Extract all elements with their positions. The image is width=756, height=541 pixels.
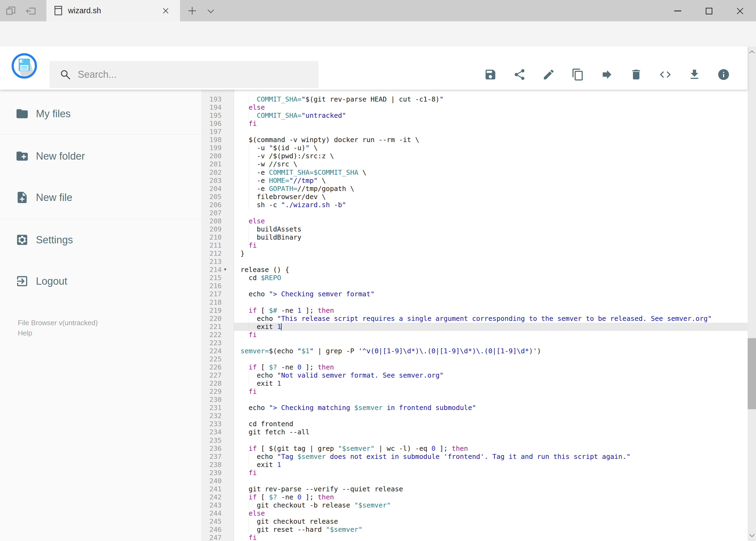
tab-preview-chevron-icon[interactable] xyxy=(206,7,216,15)
tab-close-icon[interactable] xyxy=(161,6,170,16)
code-line[interactable]: 234 git fetch --all xyxy=(201,428,748,436)
code-line[interactable]: 201 -w //src \ xyxy=(201,160,748,168)
code-line[interactable]: 242 if [ $? -ne 0 ]; then xyxy=(201,493,748,501)
search-box[interactable] xyxy=(50,61,319,88)
minimize-button[interactable] xyxy=(670,6,686,16)
line-number: 216 xyxy=(201,282,222,290)
code-line[interactable]: 232 xyxy=(201,412,748,420)
code-line[interactable]: 225 xyxy=(201,355,748,363)
code-line[interactable]: 223 xyxy=(201,339,748,347)
code-line[interactable]: 228 exit 1 xyxy=(201,379,748,387)
line-number: 246 xyxy=(201,526,222,534)
code-line[interactable]: 212} xyxy=(201,250,748,258)
code-line[interactable]: 206 sh -c "./wizard.sh -b" xyxy=(201,201,748,209)
code-text: git checkout -b release "$semver" xyxy=(240,501,391,509)
code-line[interactable]: 238 exit 1 xyxy=(201,461,748,469)
sidebar-item-logout[interactable]: Logout xyxy=(0,268,201,295)
delete-button[interactable] xyxy=(630,68,642,81)
code-line[interactable]: 208 else xyxy=(201,217,748,225)
scroll-down-icon[interactable] xyxy=(748,530,756,541)
code-line[interactable]: 205 filebrowser/dev \ xyxy=(201,193,748,201)
code-line[interactable]: 213 xyxy=(201,258,748,266)
folder-icon xyxy=(15,107,29,121)
code-line[interactable]: 203 -e HOME="//tmp" \ xyxy=(201,177,748,185)
code-line[interactable]: 194 else xyxy=(201,104,748,112)
copy-button[interactable] xyxy=(571,68,584,81)
search-icon xyxy=(59,69,71,81)
code-line[interactable]: 224semver=$(echo "$1" | grep -P '^v(0|[1… xyxy=(201,347,748,355)
code-line[interactable]: 229 fi xyxy=(201,387,748,396)
code-line[interactable]: 198 $(command -v winpty) docker run --rm… xyxy=(201,136,748,144)
code-line[interactable]: 230 xyxy=(201,396,748,404)
code-text: if [ $# -ne 1 ]; then xyxy=(240,306,334,315)
sidebar-item-new-folder[interactable]: New folder xyxy=(0,143,201,170)
page-scrollbar[interactable] xyxy=(748,46,756,541)
download-button[interactable] xyxy=(688,68,701,81)
browser-tab[interactable]: wizard.sh xyxy=(46,0,180,21)
help-link[interactable]: Help xyxy=(18,329,32,337)
code-button[interactable] xyxy=(659,68,672,81)
code-line[interactable] xyxy=(201,90,748,95)
code-line[interactable]: 244 else xyxy=(201,509,748,517)
sidebar-item-settings[interactable]: Settings xyxy=(0,226,201,254)
code-line[interactable]: 227 echo "Not valid semver format. See s… xyxy=(201,371,748,379)
info-button[interactable] xyxy=(717,68,730,81)
code-line[interactable]: 236 if [ $(git tag | grep "$semver" | wc… xyxy=(201,445,748,453)
line-number: 232 xyxy=(201,412,222,420)
code-line[interactable]: 197 xyxy=(201,128,748,136)
move-button[interactable] xyxy=(601,68,614,81)
search-input[interactable] xyxy=(77,69,300,81)
code-line[interactable]: 204 -e GOPATH=//tmp/gopath \ xyxy=(201,185,748,193)
code-editor[interactable]: 193 COMMIT_SHA="$(git rev-parse HEAD | c… xyxy=(201,90,748,541)
code-line[interactable]: 243 git checkout -b release "$semver" xyxy=(201,501,748,509)
maximize-button[interactable] xyxy=(701,6,717,16)
code-line[interactable]: 200 -v /$(pwd):/src:z \ xyxy=(201,152,748,160)
code-line[interactable]: 246 git reset --hard "$semver" xyxy=(201,526,748,534)
edit-button[interactable] xyxy=(542,68,555,81)
code-line[interactable]: 199 -u "$(id -u)" \ xyxy=(201,144,748,152)
restore-tabs-icon[interactable] xyxy=(25,5,37,17)
code-line[interactable]: 245 git checkout release xyxy=(201,517,748,526)
code-line[interactable]: 235 xyxy=(201,436,748,445)
code-line[interactable]: 220 echo "This release script requires a… xyxy=(201,315,748,323)
code-line[interactable]: 219 if [ $# -ne 1 ]; then xyxy=(201,306,748,315)
line-number: 198 xyxy=(201,136,222,144)
new-tab-button[interactable] xyxy=(187,5,197,16)
code-line[interactable]: 202 -e COMMIT_SHA=$COMMIT_SHA \ xyxy=(201,169,748,177)
code-line[interactable]: 240 xyxy=(201,477,748,485)
line-number: 224 xyxy=(201,347,222,355)
code-line[interactable]: 226 if [ $? -ne 0 ]; then xyxy=(201,363,748,371)
code-line[interactable]: 195 COMMIT_SHA="untracked" xyxy=(201,112,748,120)
sidebar-item-new-file[interactable]: New file xyxy=(0,184,201,211)
code-line[interactable]: 222 fi xyxy=(201,331,748,339)
code-line[interactable]: 231 echo "> Checking matching $semver in… xyxy=(201,404,748,412)
code-line[interactable]: 217 echo "> Checking semver format" xyxy=(201,290,748,298)
sidebar-item-my-files[interactable]: My files xyxy=(0,100,201,127)
code-line[interactable]: 210 buildBinary xyxy=(201,234,748,242)
scrollbar-thumb[interactable] xyxy=(748,338,756,409)
scroll-up-icon[interactable] xyxy=(748,46,756,57)
line-number: 247 xyxy=(201,534,222,541)
code-line[interactable]: 193 COMMIT_SHA="$(git rev-parse HEAD | c… xyxy=(201,95,748,104)
code-line[interactable]: 209 buildAssets xyxy=(201,225,748,234)
code-line[interactable]: 214▾release () { xyxy=(201,266,748,274)
line-number: 208 xyxy=(201,217,222,225)
set-tabs-aside-icon[interactable] xyxy=(5,5,17,17)
code-text: fi xyxy=(240,469,257,477)
code-line[interactable]: 218 xyxy=(201,298,748,306)
fold-marker-icon[interactable]: ▾ xyxy=(224,265,226,273)
code-line[interactable]: 215 cd $REPO xyxy=(201,274,748,282)
code-line[interactable]: 196 fi xyxy=(201,120,748,128)
code-line[interactable]: 216 xyxy=(201,282,748,290)
code-line[interactable]: 237 echo "Tag $semver does not exist in … xyxy=(201,453,748,461)
code-line[interactable]: 247 fi xyxy=(201,534,748,541)
close-window-button[interactable] xyxy=(732,6,748,16)
code-line[interactable]: 241 git rev-parse --verify --quiet relea… xyxy=(201,485,748,493)
code-line[interactable]: 233 cd frontend xyxy=(201,420,748,428)
code-line[interactable]: 239 fi xyxy=(201,469,748,477)
share-button[interactable] xyxy=(513,68,526,81)
code-line[interactable]: 207 xyxy=(201,209,748,217)
code-line[interactable]: 211 fi xyxy=(201,242,748,250)
code-line[interactable]: 221 exit 1 xyxy=(201,323,748,331)
save-button[interactable] xyxy=(484,68,497,81)
